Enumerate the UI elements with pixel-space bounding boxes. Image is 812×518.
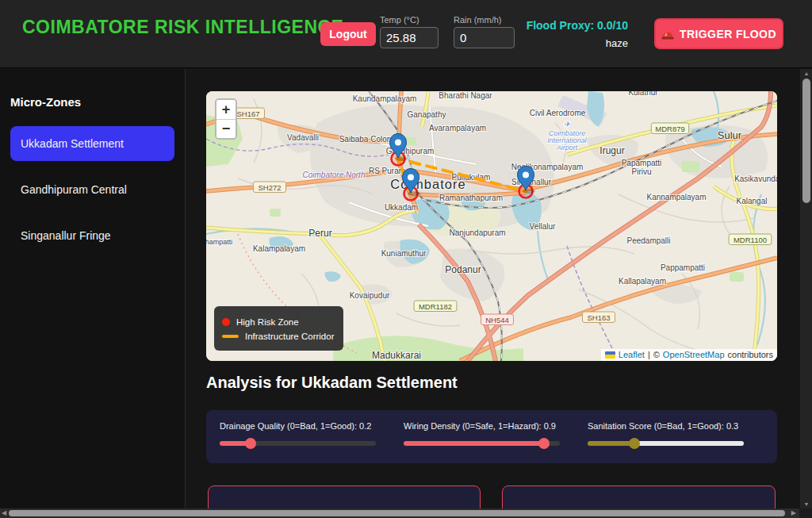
svg-text:Airport: Airport xyxy=(556,144,578,152)
svg-text:Ramanathapuram: Ramanathapuram xyxy=(439,194,503,202)
svg-text:MDR879: MDR879 xyxy=(655,125,685,133)
svg-text:SH163: SH163 xyxy=(587,313,610,322)
flood-proxy-value: Flood Proxy: 0.0/10 xyxy=(444,19,628,32)
svg-text:Kovaipudur: Kovaipudur xyxy=(350,291,390,300)
trigger-flood-button[interactable]: TRIGGER FLOOD xyxy=(654,18,783,49)
temp-input[interactable] xyxy=(380,27,439,48)
svg-text:Bharathi Nagar: Bharathi Nagar xyxy=(439,91,492,100)
sidebar-item-ukkadam-settlement[interactable]: Ukkadam Settlement xyxy=(10,126,174,161)
svg-text:hampatti: hampatti xyxy=(206,238,232,246)
vertical-scroll-thumb[interactable] xyxy=(802,79,810,203)
sidebar-heading: Micro-Zones xyxy=(10,95,185,109)
temp-label: Temp (°C) xyxy=(380,15,439,25)
map-attribution: Leaflet | © OpenStreetMap contributors xyxy=(601,349,777,361)
svg-text:Kalampalayam: Kalampalayam xyxy=(253,244,305,253)
svg-text:Saibaba Colony: Saibaba Colony xyxy=(339,135,396,144)
flood-status: Flood Proxy: 0.0/10 haze xyxy=(444,19,628,49)
slider-panel: Drainage Quality (0=Bad, 1=Good): 0.2 Wi… xyxy=(206,410,777,463)
drainage-quality-slider[interactable] xyxy=(220,441,376,446)
svg-text:Kallapalayam: Kallapalayam xyxy=(619,277,666,286)
svg-text:Perur: Perur xyxy=(308,228,331,239)
scroll-down-arrow[interactable]: ▼ xyxy=(800,501,812,507)
legend-corridor-label: Infrastructure Corridor xyxy=(245,332,334,341)
scroll-left-arrow[interactable]: ◀ xyxy=(2,509,6,516)
osm-link[interactable]: OpenStreetMap xyxy=(663,350,725,359)
svg-text:Kasikavundanur: Kasikavundanur xyxy=(734,175,777,183)
sanitation-score-thumb[interactable] xyxy=(629,438,640,449)
analysis-title: Analysis for Ukkadam Settlement xyxy=(206,374,458,392)
svg-text:Peedampalli: Peedampalli xyxy=(626,236,670,245)
trigger-flood-label: TRIGGER FLOOD xyxy=(680,28,776,40)
sidebar: Micro-Zones Ukkadam Settlement Gandhipur… xyxy=(0,69,186,518)
svg-text:Kulathur: Kulathur xyxy=(628,91,658,97)
drainage-quality-slider-group: Drainage Quality (0=Bad, 1=Good): 0.2 xyxy=(220,421,376,463)
svg-text:Vadavalli: Vadavalli xyxy=(287,133,319,142)
attribution-separator: | xyxy=(648,350,650,359)
svg-text:SH167: SH167 xyxy=(236,109,259,118)
scroll-right-arrow[interactable]: ▶ xyxy=(791,509,796,516)
drainage-quality-label: Drainage Quality (0=Bad, 1=Good): 0.2 xyxy=(220,421,376,431)
svg-text:Kuniamuthur: Kuniamuthur xyxy=(381,249,427,258)
map-legend: High Risk Zone Infrastructure Corridor xyxy=(214,306,343,351)
leaflet-link[interactable]: Leaflet xyxy=(619,350,645,359)
svg-text:Papampatti: Papampatti xyxy=(622,159,662,167)
svg-text:✈: ✈ xyxy=(564,120,571,129)
leaflet-map[interactable]: KaundampalayamBharathi NagarGanapathyAva… xyxy=(206,91,777,361)
wiring-density-label: Wiring Density (0=Safe, 1=Hazard): 0.9 xyxy=(404,421,560,431)
sanitation-score-label: Sanitation Score (0=Bad, 1=Good): 0.3 xyxy=(588,421,744,431)
svg-text:Pappampatti: Pappampatti xyxy=(661,263,705,272)
vertical-scrollbar[interactable]: ▲ ▼ xyxy=(799,69,812,508)
svg-text:Nanjundapuram: Nanjundapuram xyxy=(449,228,505,237)
temp-field-group: Temp (°C) xyxy=(380,15,439,48)
svg-text:Kaundampalayam: Kaundampalayam xyxy=(353,94,417,103)
svg-text:Ganapathy: Ganapathy xyxy=(408,110,446,119)
svg-text:Irugur: Irugur xyxy=(599,145,624,156)
wiring-density-slider-group: Wiring Density (0=Safe, 1=Hazard): 0.9 xyxy=(404,421,560,463)
sidebar-item-singanallur-fringe[interactable]: Singanallur Fringe xyxy=(10,218,174,253)
copyright-sign: © xyxy=(653,350,660,359)
svg-text:Avarampalayam: Avarampalayam xyxy=(429,124,486,132)
logout-button[interactable]: Logout xyxy=(320,22,376,46)
scroll-up-arrow[interactable]: ▲ xyxy=(800,71,812,76)
siren-icon xyxy=(661,29,674,40)
sanitation-score-slider-group: Sanitation Score (0=Bad, 1=Good): 0.3 xyxy=(588,421,744,463)
drainage-quality-thumb[interactable] xyxy=(245,438,256,449)
svg-text:Madukkarai: Madukkarai xyxy=(372,350,421,361)
svg-text:Coimbatore North: Coimbatore North xyxy=(303,171,366,179)
svg-text:Podanur: Podanur xyxy=(445,264,481,275)
sidebar-item-gandhipuram-central[interactable]: Gandhipuram Central xyxy=(10,172,174,207)
svg-text:Ukkadam: Ukkadam xyxy=(385,203,418,212)
horizontal-scroll-thumb[interactable] xyxy=(9,510,785,516)
svg-text:RS Puram: RS Puram xyxy=(369,167,405,175)
svg-text:MDR1100: MDR1100 xyxy=(733,236,767,244)
svg-text:Vellalur: Vellalur xyxy=(530,222,556,231)
contributors-text: contributors xyxy=(728,350,773,359)
app-window: COIMBATORE RISK INTELLIGENCE Logout Temp… xyxy=(0,0,812,518)
ukraine-flag-icon xyxy=(605,351,615,359)
legend-corridor: Infrastructure Corridor xyxy=(222,330,334,342)
zoom-out-button[interactable]: − xyxy=(216,119,236,138)
scrollbar-corner xyxy=(799,508,812,518)
svg-text:NH544: NH544 xyxy=(485,316,509,324)
red-dot-icon xyxy=(222,318,230,326)
svg-text:Civil Aerodrome: Civil Aerodrome xyxy=(530,109,586,117)
wiring-density-slider[interactable] xyxy=(404,441,560,446)
svg-text:Pirivu: Pirivu xyxy=(631,167,651,176)
horizontal-scrollbar[interactable]: ◀ ▶ xyxy=(0,508,799,518)
svg-text:SH272: SH272 xyxy=(258,183,281,192)
app-title: COIMBATORE RISK INTELLIGENCE xyxy=(22,17,343,38)
svg-text:Kannampalayam: Kannampalayam xyxy=(646,193,706,201)
svg-text:MDR1182: MDR1182 xyxy=(419,302,452,311)
map-zoom-control: + − xyxy=(215,98,237,140)
weather-condition: haze xyxy=(444,37,628,49)
svg-text:Kalangal: Kalangal xyxy=(737,197,768,205)
svg-text:Sulur: Sulur xyxy=(718,129,742,141)
legend-high-risk: High Risk Zone xyxy=(222,316,334,328)
orange-dash-icon xyxy=(222,335,239,338)
legend-high-risk-label: High Risk Zone xyxy=(236,317,299,327)
zoom-in-button[interactable]: + xyxy=(216,100,236,119)
sanitation-score-slider[interactable] xyxy=(588,441,744,446)
top-header: COIMBATORE RISK INTELLIGENCE Logout Temp… xyxy=(0,0,812,68)
wiring-density-thumb[interactable] xyxy=(538,438,550,449)
